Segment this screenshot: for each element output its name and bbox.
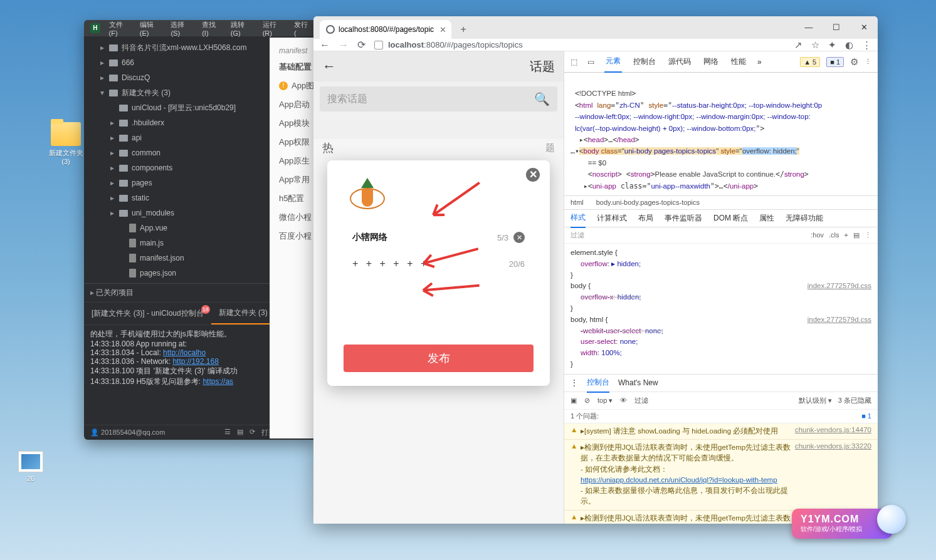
menu-file[interactable]: 文件(F) — [109, 20, 131, 37]
settings-icon[interactable]: ⚙ — [850, 56, 858, 68]
chrome-tabstrip: localhost:8080/#/pages/topic ✕ + — ☐ ✕ — [313, 16, 878, 39]
filedoc-icon — [129, 239, 136, 247]
cls-toggle[interactable]: .cls — [829, 231, 839, 239]
dom-breadcrumb[interactable]: html body.uni-body.pages-topics-topics — [564, 196, 878, 210]
more-icon[interactable]: ⋮ — [865, 231, 871, 239]
folder-icon — [119, 135, 128, 142]
computed-icon[interactable]: ▤ — [853, 231, 860, 239]
folder-label: 新建文件夹 — [44, 148, 88, 158]
clear-console-icon[interactable]: ⊘ — [584, 397, 590, 405]
magnifier-icon — [877, 505, 906, 534]
status-user[interactable]: 👤 201855404@qq.com — [90, 428, 165, 437]
tab-properties[interactable]: 属性 — [759, 209, 774, 227]
publish-button[interactable]: 发布 — [344, 345, 534, 372]
issues-badge[interactable]: ■ 1 — [826, 57, 844, 67]
chrome-toolbar: ← → ⟳ localhost:8080/#/pages/topics/topi… — [313, 39, 878, 51]
styles-pane[interactable]: element.style {overflow: ▸ hidden;}index… — [564, 244, 878, 375]
drawer-menu-icon[interactable]: ⋮ — [571, 378, 578, 387]
status-icon[interactable]: ▤ — [237, 428, 243, 437]
inspect-icon[interactable]: ⬚ — [571, 58, 577, 66]
desktop-image[interactable]: 26 — [9, 451, 53, 482]
styles-tabs: 样式 计算样式 布局 事件监听器 DOM 断点 属性 无障碍功能 — [564, 210, 878, 227]
tab-listeners[interactable]: 事件监听器 — [665, 209, 702, 227]
warnings-badge[interactable]: ▲ 5 — [800, 57, 820, 67]
console-warning[interactable]: ▲▸[system] 请注意 showLoading 与 hideLoading… — [564, 423, 878, 440]
tab-styles[interactable]: 样式 — [571, 209, 586, 228]
tab-layout[interactable]: 布局 — [638, 209, 653, 227]
context-selector[interactable]: top ▾ — [597, 397, 613, 405]
profile-icon[interactable]: ◐ — [845, 39, 853, 51]
topic-name-input[interactable]: 小辖网络 — [352, 232, 387, 243]
publish-card: ✕ 小辖网络 5/3 ✕ + + + + + + 20/6 发布 — [327, 160, 550, 386]
log-level[interactable]: 默认级别 ▾ — [799, 396, 832, 405]
console-warning[interactable]: ▲▸检测到使用JQL语法联表查询时，未使用getTemp先过滤主表数据，在主表数… — [564, 440, 878, 511]
nav-back-icon[interactable]: ← — [320, 39, 330, 51]
folder-icon — [119, 180, 128, 187]
site-info-icon[interactable] — [374, 41, 383, 49]
minimize-button[interactable]: — — [795, 16, 823, 39]
status-icon[interactable]: ☰ — [224, 428, 231, 437]
page-title: 话题 — [530, 58, 555, 75]
tab-dom-breakpoints[interactable]: DOM 断点 — [713, 209, 748, 227]
hbuilder-logo: H — [90, 23, 100, 33]
hov-toggle[interactable]: :hov — [811, 231, 824, 239]
console-filter[interactable]: 过滤 — [634, 396, 648, 405]
extensions-icon[interactable]: ✦ — [828, 39, 836, 51]
tab-a11y[interactable]: 无障碍功能 — [786, 209, 823, 227]
nav-forward-icon[interactable]: → — [339, 39, 349, 51]
issues-row[interactable]: 1 个问题:■ 1 — [564, 410, 878, 423]
menu-find[interactable]: 查找(I) — [202, 20, 222, 37]
back-icon[interactable]: ← — [322, 58, 336, 75]
reload-icon[interactable]: ⟳ — [357, 39, 365, 51]
clear-icon[interactable]: ✕ — [513, 232, 525, 243]
tab-unicloud-console[interactable]: [新建文件夹 (3)] - uniCloud控制台 18 — [84, 303, 211, 324]
desktop-folder[interactable]: 新建文件夹 (3) — [44, 122, 88, 165]
watermark: Y1YM.COM 软件/游戏/小程序/模拟 — [792, 509, 892, 539]
sidebar-icon[interactable]: ▣ — [571, 397, 577, 405]
vmenu-icon[interactable]: ⋮ — [862, 39, 871, 51]
search-placeholder: 搜索话题 — [327, 93, 367, 106]
filter-input[interactable]: 过滤 — [571, 231, 584, 240]
tab-performance[interactable]: 性能 — [730, 51, 747, 72]
tab-computed[interactable]: 计算样式 — [597, 209, 627, 227]
close-window-button[interactable]: ✕ — [850, 16, 878, 39]
menu-select[interactable]: 选择(S) — [171, 20, 193, 37]
tab-console[interactable]: 控制台 — [632, 51, 657, 72]
filedoc-icon — [129, 254, 136, 262]
search-input[interactable]: 搜索话题 🔍 — [320, 86, 557, 111]
status-sync-icon[interactable]: ⟳ — [250, 428, 255, 437]
console-toolbar: ▣ ⊘ top ▾ 👁 过滤 默认级别 ▾ 3 条已隐藏 — [564, 392, 878, 410]
file-icon — [109, 44, 118, 51]
device-icon[interactable]: ▭ — [587, 58, 594, 66]
share-icon[interactable]: ↗ — [794, 39, 802, 51]
vmenu-icon[interactable]: ⋮ — [865, 58, 871, 66]
folder-icon — [119, 105, 128, 111]
browser-tab[interactable]: localhost:8080/#/pages/topic ✕ — [320, 20, 451, 39]
new-tab-button[interactable]: + — [455, 21, 471, 38]
menu-goto[interactable]: 跳转(G) — [231, 20, 254, 37]
faq-link[interactable]: https://as — [202, 377, 233, 386]
tab-network[interactable]: 网络 — [702, 51, 720, 72]
editor-menubar: H 文件(F) 编辑(E) 选择(S) 查找(I) 跳转(G) 运行(R) 发行… — [84, 20, 316, 36]
folder-icon — [119, 120, 128, 127]
tab-sources[interactable]: 源代码 — [667, 51, 692, 72]
live-expr-icon[interactable]: 👁 — [620, 397, 627, 404]
tab-badge: 18 — [201, 305, 210, 314]
drawer-tab-console[interactable]: 控制台 — [587, 373, 609, 393]
maximize-button[interactable]: ☐ — [823, 16, 850, 39]
more-tabs-icon[interactable]: » — [757, 58, 762, 66]
star-icon[interactable]: ☆ — [811, 39, 819, 51]
close-tab-icon[interactable]: ✕ — [439, 25, 446, 34]
close-icon[interactable]: ✕ — [526, 168, 540, 182]
tab-elements[interactable]: 元素 — [604, 51, 622, 73]
add-rule-icon[interactable]: + — [844, 231, 848, 239]
address-bar[interactable]: localhost:8080/#/pages/topics/topics — [374, 40, 786, 49]
menu-run[interactable]: 运行(R) — [263, 20, 285, 37]
menu-publish[interactable]: 发行( — [294, 20, 310, 37]
dom-tree[interactable]: <!DOCTYPE html> <html lang="zh-CN" style… — [564, 73, 878, 196]
topic-desc-input[interactable]: + + + + + + — [352, 258, 429, 269]
menu-edit[interactable]: 编辑(E) — [140, 20, 162, 37]
local-url-link[interactable]: http://localho — [163, 348, 206, 357]
network-url-link[interactable]: http://192.168 — [172, 357, 218, 366]
drawer-tab-whatsnew[interactable]: What's New — [618, 378, 658, 387]
